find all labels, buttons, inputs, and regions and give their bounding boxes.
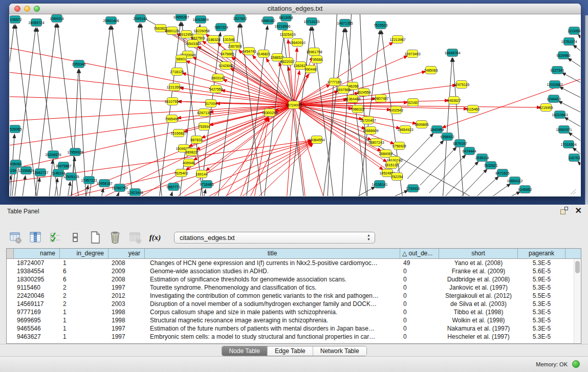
graph-node[interactable]: 9857771 [166,183,180,191]
graph-node[interactable]: 2053346 [72,60,85,68]
graph-node[interactable]: 1002543 [389,106,403,114]
edge[interactable] [337,187,375,196]
graph-node[interactable]: 10973493 [404,50,420,58]
graph-node[interactable]: 9756928 [392,142,406,150]
graph-node[interactable]: 10654112 [507,177,523,185]
graph-node[interactable]: 9227341 [550,67,564,74]
graph-node[interactable]: 9329966 [556,52,570,59]
tab-node-table[interactable]: Node Table [222,346,267,356]
graph-node[interactable]: 17957233 [81,177,97,184]
graph-node[interactable]: 8471626 [495,169,509,177]
edge[interactable] [488,191,520,196]
column-header-name[interactable]: name [14,249,60,258]
column-header-in_degree[interactable]: in_degree [60,249,108,258]
graph-node[interactable]: 10719135 [303,18,319,26]
graph-node[interactable]: 7485063 [424,67,438,74]
graph-node[interactable]: 2367608 [228,42,242,50]
graph-node[interactable]: 2526065 [10,125,22,133]
graph-node[interactable]: 1733426 [406,185,420,192]
graph-node[interactable]: 10655287 [173,14,189,21]
zoom-window-button[interactable] [34,6,40,12]
graph-node[interactable]: 9358922 [440,133,454,141]
graph-node[interactable]: 989822 [185,148,197,156]
edge[interactable] [578,161,580,176]
close-panel-icon[interactable]: ✕ [575,207,582,214]
graph-node[interactable]: 9899895 [415,121,428,128]
graph-node[interactable]: 7986322 [351,105,364,113]
graph-node[interactable]: 13325419 [279,31,295,38]
edge[interactable] [420,147,456,185]
graph-node[interactable]: 10958187 [96,180,112,187]
graph-node[interactable]: 8454743 [242,48,256,55]
graph-node[interactable]: 12975115 [454,81,470,89]
selected-edge[interactable] [230,68,294,105]
graph-node[interactable]: 2093144 [133,15,147,23]
column-header-year[interactable]: year [108,249,145,258]
graph-node[interactable]: 15720407 [360,117,376,124]
graph-node[interactable]: 98901 [176,55,187,63]
selected-edge[interactable] [294,105,468,109]
graph-node[interactable]: 2803144 [211,74,225,82]
edge[interactable] [464,177,499,196]
graph-node[interactable]: 14136141 [372,181,387,188]
edge[interactable] [115,193,119,196]
graph-node[interactable]: 19218596 [274,23,290,30]
edge[interactable] [21,176,26,196]
network-canvas[interactable]: 1872400719384554183002957663822986012859… [10,14,580,196]
table-row[interactable]: 1872400712008Changes of HCN gene express… [7,259,581,267]
graph-node[interactable]: 8215955 [539,104,553,112]
edge[interactable] [407,140,444,179]
graph-node[interactable]: 9777169 [328,78,341,86]
table-row[interactable]: 977716911998Corpus callosum shape and si… [7,308,581,316]
select-columns-icon[interactable] [48,230,62,245]
column-header-pagerank[interactable]: pagerank [518,249,565,258]
edge[interactable] [112,26,134,196]
graph-node[interactable]: 9474444 [462,147,476,155]
graph-node[interactable]: 8822037 [280,58,294,65]
graph-node[interactable]: 9860128 [165,27,179,35]
graph-node[interactable]: 753594 [198,123,210,130]
selected-edge[interactable] [294,85,456,105]
edge[interactable] [168,192,172,196]
minimize-window-button[interactable] [24,6,30,12]
graph-node[interactable]: 9463627 [447,97,461,104]
graph-node[interactable]: 62160 [408,99,419,106]
row-height-icon[interactable] [68,230,82,245]
graph-node[interactable]: 9146821 [256,50,270,58]
graph-node[interactable]: 9716485 [200,181,213,188]
graph-node[interactable]: 18107554 [164,98,180,105]
graph-node[interactable]: 990448 [304,65,316,73]
selected-edge[interactable] [237,117,268,196]
graph-node[interactable]: 19654923 [397,126,413,134]
graph-node[interactable]: 3475685 [220,50,234,58]
graph-node[interactable]: 7965496 [165,115,179,123]
edge[interactable] [66,182,70,196]
graph-node[interactable]: 8813054 [279,14,293,21]
edge[interactable] [453,58,464,196]
graph-node[interactable]: 16782759 [112,184,127,192]
close-window-button[interactable] [14,6,20,12]
graph-node[interactable]: 12213599 [166,83,182,91]
scrollbar-thumb[interactable] [575,261,580,273]
graph-node[interactable]: 252254 [391,173,403,181]
selected-edge[interactable] [182,73,294,105]
column-header-short[interactable]: short [439,249,518,258]
selected-edge[interactable] [10,96,294,105]
graph-node[interactable]: 33159 [10,167,17,174]
graph-node[interactable]: 6879197 [453,140,467,147]
graph-node[interactable]: 3624554 [357,89,371,96]
graph-node[interactable]: 8267130 [197,109,211,117]
table-row[interactable]: 2242004622012Investigating the contribut… [7,292,581,300]
table-row[interactable]: 946362711997Embryonic stem cells: a mode… [7,333,581,341]
graph-node[interactable]: 7857224 [214,24,228,31]
graph-node[interactable]: 1069314 [50,15,63,23]
edge[interactable] [48,160,53,196]
column-header-title[interactable]: title [145,249,400,258]
network-table-selector[interactable]: citations_edges.txt ▲▼ [174,232,375,244]
selected-edge[interactable] [10,71,294,105]
graph-node[interactable]: 7632621 [484,162,497,169]
graph-node[interactable]: 8466160 [261,17,275,25]
vertical-scrollbar[interactable] [574,259,581,343]
table-settings-icon[interactable] [8,230,23,245]
graph-node[interactable]: 20691406 [103,17,119,25]
